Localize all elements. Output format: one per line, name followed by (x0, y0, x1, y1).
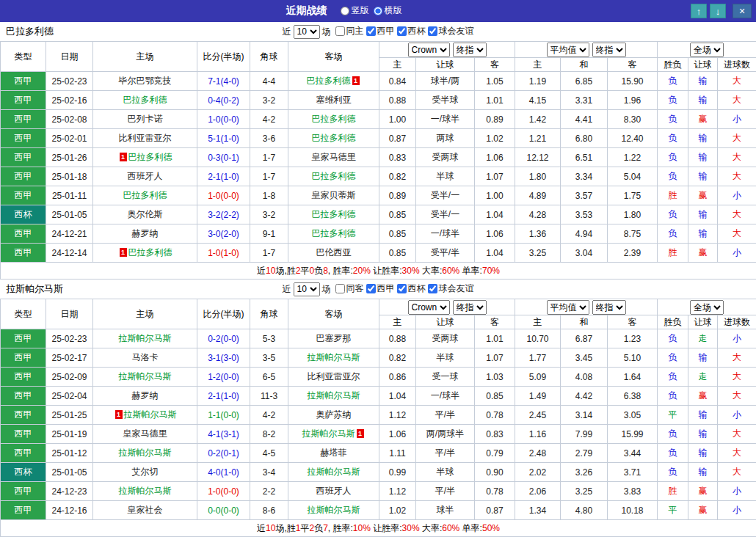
red-card-badge: 1 (120, 153, 127, 161)
odds-home-cell: 1.11 (379, 444, 416, 463)
avg-draw-cell: 4.08 (561, 368, 608, 387)
avg-select[interactable]: 平均值 (547, 300, 589, 315)
table-row: 西甲25-02-09拉斯帕尔马斯1-2(0-0)6-5比利亚雷亚尔0.86受一球… (1, 368, 756, 387)
result-cell: 负 (658, 72, 688, 91)
page-title: 近期战绩 (286, 4, 327, 18)
handicap-result-cell: 走 (688, 329, 718, 348)
red-card-badge: 1 (115, 410, 123, 419)
match-count-select[interactable]: 10 (294, 282, 320, 296)
goals-cell: 大 (718, 348, 756, 368)
view-option-label: 竖版 (352, 4, 369, 17)
avg-stage-select[interactable]: 终指 (592, 43, 626, 57)
table-row: 西甲25-01-18西班牙人2-1(1-0)1-7巴拉多利德0.82半球1.07… (1, 167, 756, 186)
avg-draw-cell: 6.85 (561, 72, 608, 91)
odds-away-cell: 1.03 (475, 368, 515, 387)
result-cell: 负 (658, 368, 688, 387)
away-team-name: 奥萨苏纳 (316, 409, 352, 420)
odds-home-cell: 1.00 (379, 110, 416, 129)
odds-home-cell: 0.89 (379, 186, 416, 205)
scroll-up-button[interactable]: ↑ (691, 4, 707, 18)
away-team-name: 皇家马德里 (312, 152, 356, 162)
avg-home-cell: 1.77 (515, 348, 561, 368)
home-team-cell: 巴拉多利德 (93, 91, 197, 110)
odds-away-cell: 0.87 (475, 501, 515, 520)
avg-away-cell: 5.04 (608, 167, 658, 186)
result-cell: 负 (658, 91, 688, 110)
avg-draw-cell: 3.25 (561, 482, 608, 501)
avg-away-cell: 6.38 (608, 387, 658, 406)
avg-away-cell: 10.18 (608, 501, 658, 520)
filter-checkbox-input[interactable] (397, 26, 407, 36)
red-card-badge: 1 (357, 429, 364, 438)
handicap-cell: 受半/一 (416, 205, 475, 224)
corners-cell: 4-5 (250, 444, 288, 463)
avg-draw-cell: 3.31 (561, 91, 608, 110)
filter-checkbox-input[interactable] (335, 26, 345, 36)
home-team-cell: 拉斯帕尔马斯 (93, 368, 197, 387)
scroll-down-button[interactable]: ↓ (710, 4, 726, 18)
league-cell: 西甲 (1, 348, 46, 368)
handicap-result-cell: 输 (688, 205, 718, 224)
away-team-name: 巴拉多利德 (312, 228, 356, 238)
summary-segment: 8 (323, 266, 328, 276)
odds-company-select[interactable]: Crown (408, 300, 450, 315)
filter-checkbox-label: 同主 (346, 25, 364, 37)
odds-away-cell: 1.01 (475, 91, 515, 110)
summary-segment: 大率: (420, 266, 443, 276)
handicap-cell: 受两球 (416, 148, 475, 167)
date-cell: 24-12-21 (46, 224, 93, 244)
filter-checkbox-input[interactable] (428, 26, 437, 36)
filter-checkbox-input[interactable] (335, 284, 345, 293)
filter-checkbox-input[interactable] (397, 284, 407, 293)
avg-stage-select[interactable]: 终指 (592, 300, 626, 315)
sub-column-header: 客 (608, 315, 658, 329)
filter-checkbox-input[interactable] (366, 26, 376, 36)
column-header: 比分(半场) (197, 299, 250, 329)
sub-column-header: 主 (379, 315, 416, 329)
date-cell: 25-01-19 (46, 425, 93, 444)
scope-select[interactable]: 全场 (690, 300, 724, 315)
home-team-name: 巴列卡诺 (128, 114, 163, 124)
match-count-select[interactable]: 10 (294, 25, 320, 39)
corners-cell: 3-5 (250, 348, 288, 368)
column-header: 主场 (93, 42, 197, 72)
avg-select[interactable]: 平均值 (547, 43, 589, 57)
home-team-cell: 1巴拉多利德 (93, 148, 197, 167)
corners-cell: 9-1 (250, 224, 288, 244)
view-radio-1[interactable] (341, 7, 349, 15)
handicap-result-cell: 走 (688, 368, 718, 387)
table-row: 西甲25-01-251拉斯帕尔马斯1-1(0-0)4-2奥萨苏纳1.12平/半0… (1, 406, 756, 425)
summary-segment: 场,胜 (275, 523, 295, 533)
close-button[interactable]: × (733, 4, 752, 18)
filter-bar: 近 10 场 同主西甲西杯球会友谊 (283, 25, 474, 39)
view-radio-2[interactable] (374, 7, 382, 15)
corners-cell: 8-6 (250, 501, 288, 520)
result-cell: 胜 (658, 186, 688, 205)
sub-column-header: 让球 (688, 58, 718, 72)
result-cell: 负 (658, 129, 688, 148)
odds-away-cell: 0.85 (475, 387, 515, 406)
red-card-badge: 1 (352, 76, 360, 85)
result-cell: 平 (658, 501, 688, 520)
odds-away-cell: 0.78 (475, 406, 515, 425)
odds-company-select[interactable]: Crown (408, 43, 450, 57)
score-cell: 0-0(0-0) (197, 501, 250, 520)
filter-checkbox-input[interactable] (428, 284, 437, 293)
date-cell: 25-02-17 (46, 348, 93, 368)
odds-stage-select[interactable]: 终指 (453, 300, 487, 315)
odds-stage-select[interactable]: 终指 (453, 43, 487, 57)
column-header: 角球 (250, 299, 288, 329)
avg-away-cell: 1.22 (608, 148, 658, 167)
avg-draw-cell: 3.26 (561, 463, 608, 482)
scope-select[interactable]: 全场 (690, 43, 724, 57)
away-team-cell: 皇家马德里 (288, 148, 379, 167)
away-team-name: 比利亚雷亚尔 (308, 371, 360, 381)
table-row: 西甲25-02-17马洛卡3-1(3-0)3-5拉斯帕尔马斯0.82半球1.07… (1, 348, 756, 368)
result-cell: 负 (658, 444, 688, 463)
filter-checkbox-label: 西甲 (377, 25, 395, 37)
table-row: 西杯25-01-05艾尔切4-0(1-0)3-4拉斯帕尔马斯0.99半球0.90… (1, 463, 756, 482)
filter-checkbox-input[interactable] (366, 284, 376, 293)
handicap-result-cell: 赢 (688, 482, 718, 501)
filter-checkbox: 球会友谊 (428, 25, 474, 37)
corners-cell: 1-7 (250, 148, 288, 167)
